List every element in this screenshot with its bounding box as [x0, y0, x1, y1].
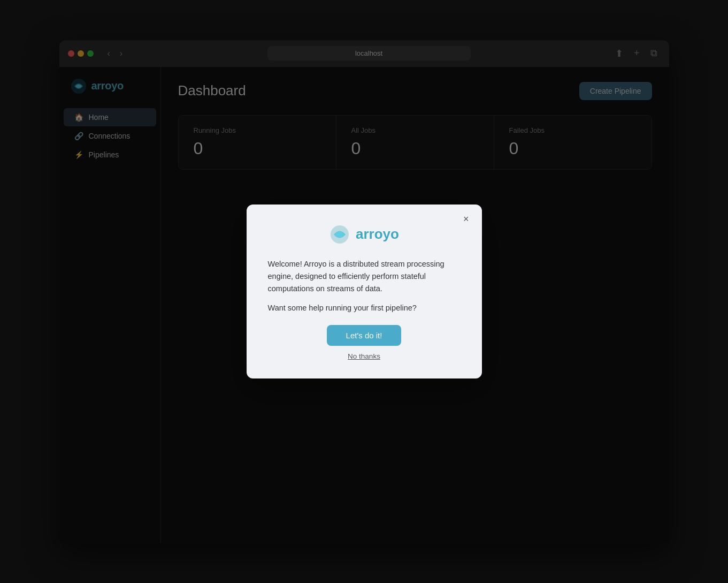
modal-overlay[interactable]: × arroyo Welcome! Arroyo is a distribute…	[0, 0, 728, 583]
no-thanks-button[interactable]: No thanks	[347, 351, 381, 361]
modal-logo: arroyo	[268, 224, 461, 245]
modal-description: Welcome! Arroyo is a distributed stream …	[268, 258, 461, 296]
modal-logo-text: arroyo	[356, 226, 399, 243]
welcome-modal: × arroyo Welcome! Arroyo is a distribute…	[247, 205, 482, 379]
modal-logo-icon	[329, 224, 350, 245]
modal-actions: Let's do it! No thanks	[268, 325, 461, 361]
lets-do-it-button[interactable]: Let's do it!	[327, 325, 402, 346]
modal-close-button[interactable]: ×	[459, 212, 473, 226]
modal-question: Want some help running your first pipeli…	[268, 304, 461, 312]
